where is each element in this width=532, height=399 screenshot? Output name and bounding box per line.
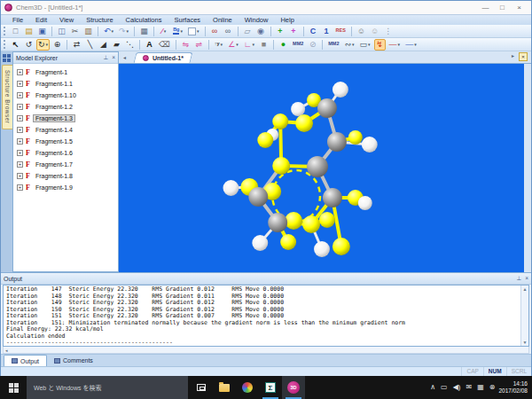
tree-item-fragment-1[interactable]: +FFragment-1 <box>13 66 118 78</box>
tab-scroll-right-icon[interactable]: ▸ <box>512 52 514 59</box>
horizontal-scrollbar[interactable]: ◂ <box>3 347 529 354</box>
window-close-button[interactable]: × <box>511 2 528 14</box>
dropdown-arrow-icon[interactable]: ▾ <box>164 28 167 34</box>
dropdown-arrow-icon[interactable]: ▾ <box>398 42 401 47</box>
atom-hydrogen[interactable] <box>252 235 268 251</box>
pin-icon[interactable]: ⊥ <box>104 52 109 63</box>
task-view-button[interactable] <box>190 376 213 399</box>
expand-icon[interactable]: + <box>17 115 23 121</box>
new-file-button[interactable]: □ <box>10 26 21 37</box>
single-bond-tool-button[interactable]: ╲ <box>84 39 96 51</box>
stop-calculation-button[interactable]: ■ <box>258 39 270 51</box>
atom-selected[interactable] <box>285 212 302 230</box>
zoom-tool-button[interactable]: ⊕ <box>51 39 63 51</box>
atom-selected[interactable] <box>272 157 290 175</box>
pin-icon[interactable]: ⊥ <box>517 273 522 284</box>
expand-icon[interactable]: + <box>17 127 23 133</box>
bold-bond-tool-button[interactable]: ▰ <box>111 39 122 51</box>
rotate-tool-button[interactable]: ↺ <box>23 39 35 51</box>
redo-button[interactable]: ↷▾ <box>117 26 130 37</box>
expand-icon[interactable]: + <box>17 161 23 168</box>
atom-hydrogen[interactable] <box>314 241 330 257</box>
atom-selected[interactable] <box>295 114 313 132</box>
rotate-bond-right-button[interactable]: ⇌ <box>193 39 205 51</box>
undo-button[interactable]: ↶▾ <box>102 26 115 37</box>
expand-icon[interactable]: + <box>17 173 23 179</box>
tree-item-fragment-1-4[interactable]: +FFragment-1.4 <box>13 124 118 136</box>
molecule-canvas[interactable] <box>119 64 524 272</box>
blue-line-tool-button[interactable]: —▾ <box>403 39 419 51</box>
tab-scroll-left-icon[interactable]: ◂ <box>123 54 126 60</box>
atom-carbon[interactable] <box>307 156 328 177</box>
dropdown-arrow-icon[interactable]: ▾ <box>414 42 417 47</box>
tree-item-fragment-1-8[interactable]: +FFragment-1.8 <box>13 170 118 182</box>
bar-tool-button[interactable]: ▭▾ <box>358 39 372 51</box>
dropdown-arrow-icon[interactable]: ▾ <box>46 42 49 47</box>
atom-carbon[interactable] <box>317 98 337 118</box>
atom-carbon[interactable] <box>323 188 342 207</box>
color-swatch-button[interactable]: ▾ <box>186 26 201 37</box>
atom-selected[interactable] <box>272 113 288 129</box>
axis-tool-button[interactable]: ↑y▾ <box>213 39 224 51</box>
model-display-button[interactable]: ☺ <box>356 26 367 37</box>
dropdown-arrow-icon[interactable]: ▾ <box>197 28 200 34</box>
structure-browser-tab[interactable]: Structure Browser <box>2 65 12 129</box>
toolbar-drag-handle[interactable] <box>4 40 6 49</box>
tab-comments[interactable]: Comments <box>47 355 100 366</box>
rotate-bond-left-button[interactable]: ⇋ <box>180 39 192 51</box>
run-calculation-button[interactable]: ● <box>278 39 289 51</box>
output-log[interactable]: Iteration 147 Steric Energy 22.320 RMS G… <box>4 286 520 346</box>
scroll-left-icon[interactable]: ◂ <box>5 348 8 353</box>
atom-selected[interactable] <box>332 238 350 255</box>
disable-calculation-button[interactable]: ⊘ <box>307 39 318 51</box>
expand-icon[interactable]: + <box>17 92 23 98</box>
atom-hydrogen[interactable] <box>362 137 378 153</box>
expand-icon[interactable]: + <box>17 150 23 156</box>
atom-carbon[interactable] <box>327 132 347 152</box>
expand-icon[interactable]: + <box>17 69 23 75</box>
menu-surfaces[interactable]: Surfaces <box>168 15 207 26</box>
dropdown-arrow-icon[interactable]: ▾ <box>368 42 371 47</box>
expand-icon[interactable]: + <box>17 138 23 145</box>
keyboard-icon[interactable]: ▦ <box>477 384 484 391</box>
dihedral-chart-tool-button[interactable]: ∠▾ <box>226 39 240 51</box>
mm2-dynamics-button[interactable]: MM2 <box>326 39 340 51</box>
step-tool-button[interactable]: ∾▾ <box>343 39 356 51</box>
translate-tool-button[interactable]: ⇄ <box>71 39 82 51</box>
tab-output[interactable]: Output <box>4 355 47 366</box>
chem3d-app[interactable]: 3D <box>282 376 305 399</box>
red-line-tool-button[interactable]: —▾ <box>387 39 403 51</box>
dropdown-arrow-icon[interactable]: ▾ <box>127 28 129 34</box>
sigma-app[interactable]: Σ <box>259 376 282 399</box>
document-tab-untitled-1[interactable]: Untitled-1* <box>134 52 193 63</box>
taskbar-search-input[interactable]: Web と Windows を検索 <box>27 376 188 399</box>
text-tool-button[interactable]: A <box>144 39 155 51</box>
close-document-button[interactable]: × <box>519 52 528 61</box>
tree-item-fragment-1-5[interactable]: +FFragment-1.5 <box>13 136 118 147</box>
dropdown-arrow-icon[interactable]: ▾ <box>352 42 355 47</box>
select-tool-button[interactable]: ↖ <box>10 39 21 51</box>
toolbar-drag-handle[interactable] <box>4 27 6 35</box>
menu-structure[interactable]: Structure <box>80 15 119 26</box>
atom-hydrogen[interactable] <box>358 196 372 210</box>
wedge-bond-tool-button[interactable]: ◢ <box>98 39 109 51</box>
atom-carbon[interactable] <box>248 187 268 207</box>
carbon-tool-button[interactable]: C <box>308 26 319 37</box>
background-color-button[interactable]: Bg▾ <box>171 26 184 37</box>
menu-calculations[interactable]: Calculations <box>120 15 168 26</box>
dashed-bond-tool-button[interactable]: ⋱ <box>124 39 136 51</box>
dropdown-arrow-icon[interactable]: ▾ <box>112 28 114 34</box>
dropdown-arrow-icon[interactable]: ▾ <box>221 42 223 47</box>
menu-view[interactable]: View <box>53 15 80 26</box>
red-blue-glasses-button[interactable]: ∞ <box>209 26 221 37</box>
volume-icon[interactable]: ◀) <box>453 384 461 391</box>
chemdraw-app[interactable] <box>236 376 259 399</box>
tree-item-fragment-1-7[interactable]: +FFragment-1.7 <box>13 159 118 170</box>
expand-icon[interactable]: + <box>17 104 23 110</box>
scroll-up-icon[interactable]: ▲ <box>523 286 528 292</box>
atom-selected[interactable] <box>319 212 335 228</box>
dropdown-arrow-icon[interactable]: ▾ <box>180 28 183 34</box>
print-button[interactable]: ▦ <box>138 26 150 37</box>
trackball-tool-button[interactable]: ↻▾ <box>36 39 50 51</box>
atom-hydrogen[interactable] <box>332 82 348 98</box>
